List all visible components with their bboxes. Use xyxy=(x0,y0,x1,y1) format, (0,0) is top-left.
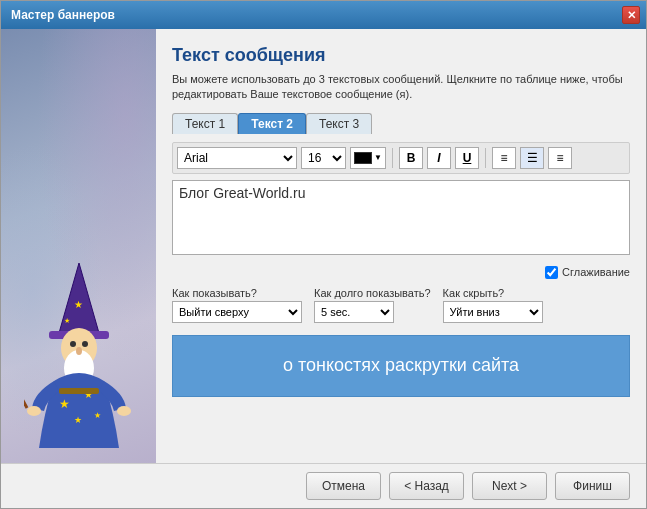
smooth-check-row: Сглаживание xyxy=(172,266,630,279)
how-long-group: Как долго показывать? 5 sec. xyxy=(314,287,431,323)
how-hide-group: Как скрыть? Уйти вниз xyxy=(443,287,543,323)
svg-text:★: ★ xyxy=(94,411,101,420)
preview-area: о тонкостях раскрутки сайта xyxy=(172,335,630,397)
finish-button[interactable]: Финиш xyxy=(555,472,630,500)
preview-text: о тонкостях раскрутки сайта xyxy=(283,355,519,376)
smooth-label: Сглаживание xyxy=(562,266,630,278)
toolbar-separator-2 xyxy=(485,148,486,168)
window-title: Мастер баннеров xyxy=(11,8,115,22)
wizard-svg: ★ ★ ★ ★ ★ ★ xyxy=(24,253,134,453)
underline-button[interactable]: U xyxy=(455,147,479,169)
how-show-select[interactable]: Выйти сверху xyxy=(172,301,302,323)
show-options-row: Как показывать? Выйти сверху Как долго п… xyxy=(172,287,630,323)
titlebar: Мастер баннеров ✕ xyxy=(1,1,646,29)
how-show-group: Как показывать? Выйти сверху xyxy=(172,287,302,323)
message-text-input[interactable]: Блог Great-World.ru xyxy=(172,180,630,255)
right-panel: Текст сообщения Вы можете использовать д… xyxy=(156,29,646,463)
svg-point-7 xyxy=(82,341,88,347)
text-area-container: Блог Great-World.ru xyxy=(172,180,630,260)
tab-text3[interactable]: Текст 3 xyxy=(306,113,372,134)
align-center-button[interactable]: ☰ xyxy=(520,147,544,169)
formatting-toolbar: Arial 16 ▼ B I U ≡ ☰ ≡ xyxy=(172,142,630,174)
content-area: ★ ★ ★ ★ ★ ★ xyxy=(1,29,646,463)
bold-button[interactable]: B xyxy=(399,147,423,169)
svg-text:★: ★ xyxy=(64,317,70,324)
how-long-select[interactable]: 5 sec. xyxy=(314,301,394,323)
align-right-button[interactable]: ≡ xyxy=(548,147,572,169)
how-hide-select[interactable]: Уйти вниз xyxy=(443,301,543,323)
svg-text:★: ★ xyxy=(74,415,82,425)
svg-point-17 xyxy=(117,406,131,416)
cancel-button[interactable]: Отмена xyxy=(306,472,381,500)
main-window: Мастер баннеров ✕ ★ ★ xyxy=(0,0,647,509)
close-button[interactable]: ✕ xyxy=(622,6,640,24)
svg-point-14 xyxy=(27,406,41,416)
smooth-checkbox[interactable] xyxy=(545,266,558,279)
footer: Отмена < Назад Next > Финиш xyxy=(1,463,646,508)
how-long-label: Как долго показывать? xyxy=(314,287,431,299)
tabs-container: Текст 1 Текст 2 Текст 3 xyxy=(172,113,630,134)
wizard-figure: ★ ★ ★ ★ ★ ★ xyxy=(24,253,134,453)
toolbar-separator-1 xyxy=(392,148,393,168)
size-select[interactable]: 16 xyxy=(301,147,346,169)
align-left-button[interactable]: ≡ xyxy=(492,147,516,169)
italic-button[interactable]: I xyxy=(427,147,451,169)
section-title: Текст сообщения xyxy=(172,45,630,66)
next-button[interactable]: Next > xyxy=(472,472,547,500)
svg-point-6 xyxy=(70,341,76,347)
svg-text:★: ★ xyxy=(59,397,70,411)
left-panel: ★ ★ ★ ★ ★ ★ xyxy=(1,29,156,463)
tab-text1[interactable]: Текст 1 xyxy=(172,113,238,134)
svg-text:★: ★ xyxy=(74,299,83,310)
svg-line-15 xyxy=(24,393,27,408)
svg-rect-13 xyxy=(59,388,99,394)
back-button[interactable]: < Назад xyxy=(389,472,464,500)
section-description: Вы можете использовать до 3 текстовых со… xyxy=(172,72,630,103)
color-button[interactable]: ▼ xyxy=(350,147,386,169)
color-swatch xyxy=(354,152,372,164)
how-show-label: Как показывать? xyxy=(172,287,302,299)
color-arrow-icon: ▼ xyxy=(374,153,382,162)
tab-text2[interactable]: Текст 2 xyxy=(238,113,306,134)
how-hide-label: Как скрыть? xyxy=(443,287,543,299)
svg-point-8 xyxy=(76,347,82,355)
font-select[interactable]: Arial xyxy=(177,147,297,169)
